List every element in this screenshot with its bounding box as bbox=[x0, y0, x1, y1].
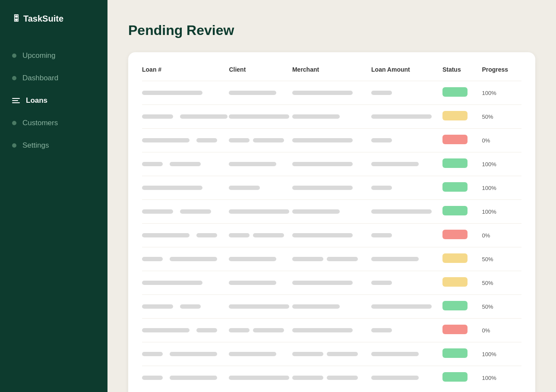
loan-cell bbox=[142, 138, 229, 142]
skeleton-bar bbox=[292, 138, 353, 142]
sidebar-item-customers[interactable]: Customers bbox=[0, 112, 107, 134]
col-client: Client bbox=[229, 66, 292, 73]
skeleton-bar bbox=[371, 233, 392, 237]
merchant-cell bbox=[292, 162, 371, 166]
progress-cell: 50% bbox=[482, 279, 521, 287]
client-cell bbox=[229, 281, 292, 285]
amount-cell bbox=[371, 233, 442, 237]
sidebar: 🎛 TaskSuite Upcoming Dashboard Loans Cus… bbox=[0, 0, 107, 392]
loan-cell bbox=[142, 162, 229, 166]
skeleton-bar bbox=[292, 257, 323, 261]
status-badge bbox=[442, 135, 468, 144]
skeleton-bar bbox=[142, 352, 163, 356]
skeleton-bar bbox=[229, 162, 276, 166]
skeleton-bar bbox=[371, 162, 419, 166]
table-header: Loan # Client Merchant Loan Amount Statu… bbox=[142, 66, 521, 81]
merchant-cell bbox=[292, 186, 371, 190]
merchant-cell bbox=[292, 257, 371, 261]
sidebar-item-settings[interactable]: Settings bbox=[0, 134, 107, 157]
client-cell bbox=[229, 209, 292, 214]
skeleton-bar bbox=[229, 376, 289, 380]
skeleton-bar bbox=[371, 352, 419, 356]
skeleton-bar bbox=[292, 304, 340, 309]
skeleton-bar bbox=[371, 328, 392, 332]
sidebar-item-loans[interactable]: Loans bbox=[0, 89, 107, 112]
status-badge bbox=[442, 348, 468, 358]
skeleton-bar bbox=[229, 91, 276, 95]
table-row: 0% bbox=[142, 318, 521, 342]
status-cell bbox=[442, 372, 482, 383]
progress-value: 0% bbox=[482, 232, 490, 239]
client-cell bbox=[229, 376, 292, 380]
skeleton-bar bbox=[170, 257, 217, 261]
main-content: Pending Review Loan # Client Merchant Lo… bbox=[107, 0, 556, 392]
skeleton-bar bbox=[292, 186, 353, 190]
progress-value: 0% bbox=[482, 327, 490, 334]
progress-cell: 100% bbox=[482, 374, 521, 382]
progress-value: 100% bbox=[482, 209, 496, 215]
merchant-cell bbox=[292, 376, 371, 380]
table-row: 0% bbox=[142, 223, 521, 247]
skeleton-bar bbox=[371, 138, 392, 142]
skeleton-bar bbox=[229, 281, 276, 285]
skeleton-bar bbox=[229, 328, 250, 332]
loan-cell bbox=[142, 209, 229, 214]
col-status: Status bbox=[442, 66, 482, 73]
amount-cell bbox=[371, 304, 442, 309]
skeleton-bar bbox=[292, 233, 353, 237]
skeleton-bar bbox=[292, 376, 323, 380]
merchant-cell bbox=[292, 281, 371, 285]
skeleton-bar bbox=[142, 257, 163, 261]
amount-cell bbox=[371, 114, 442, 119]
status-cell bbox=[442, 325, 482, 336]
status-cell bbox=[442, 301, 482, 312]
merchant-cell bbox=[292, 233, 371, 237]
progress-value: 50% bbox=[482, 114, 493, 120]
skeleton-bar bbox=[371, 376, 419, 380]
client-cell bbox=[229, 257, 292, 261]
amount-cell bbox=[371, 186, 442, 190]
status-cell bbox=[442, 348, 482, 360]
status-cell bbox=[442, 135, 482, 146]
customers-dot-icon bbox=[12, 121, 16, 125]
progress-value: 100% bbox=[482, 351, 496, 357]
sidebar-item-label: Settings bbox=[22, 141, 49, 150]
skeleton-bar bbox=[327, 376, 358, 380]
client-cell bbox=[229, 304, 292, 309]
sidebar-item-upcoming[interactable]: Upcoming bbox=[0, 44, 107, 67]
progress-cell: 100% bbox=[482, 184, 521, 192]
client-cell bbox=[229, 114, 292, 119]
skeleton-bar bbox=[229, 114, 289, 119]
amount-cell bbox=[371, 352, 442, 356]
status-badge bbox=[442, 301, 468, 310]
col-loan-amount: Loan Amount bbox=[371, 66, 442, 73]
amount-cell bbox=[371, 162, 442, 166]
sidebar-item-label: Dashboard bbox=[22, 74, 58, 82]
amount-cell bbox=[371, 257, 442, 261]
client-cell bbox=[229, 233, 292, 237]
skeleton-bar bbox=[142, 162, 163, 166]
sidebar-item-label: Loans bbox=[26, 96, 47, 105]
skeleton-bar bbox=[327, 352, 358, 356]
table-row: 100% bbox=[142, 199, 521, 223]
progress-cell: 100% bbox=[482, 89, 521, 97]
loan-cell bbox=[142, 257, 229, 261]
skeleton-bar bbox=[229, 186, 260, 190]
client-cell bbox=[229, 91, 292, 95]
merchant-cell bbox=[292, 91, 371, 95]
skeleton-bar bbox=[196, 138, 217, 142]
skeleton-bar bbox=[292, 209, 340, 214]
progress-cell: 50% bbox=[482, 255, 521, 263]
table-row: 100% bbox=[142, 366, 521, 389]
progress-cell: 0% bbox=[482, 231, 521, 239]
amount-cell bbox=[371, 376, 442, 380]
skeleton-bar bbox=[142, 328, 190, 332]
skeleton-bar bbox=[142, 281, 202, 285]
skeleton-bar bbox=[142, 138, 190, 142]
progress-cell: 100% bbox=[482, 160, 521, 168]
client-cell bbox=[229, 328, 292, 332]
sidebar-item-dashboard[interactable]: Dashboard bbox=[0, 67, 107, 89]
page-title: Pending Review bbox=[128, 22, 535, 38]
loan-cell bbox=[142, 304, 229, 309]
table-row: 50% bbox=[142, 247, 521, 271]
